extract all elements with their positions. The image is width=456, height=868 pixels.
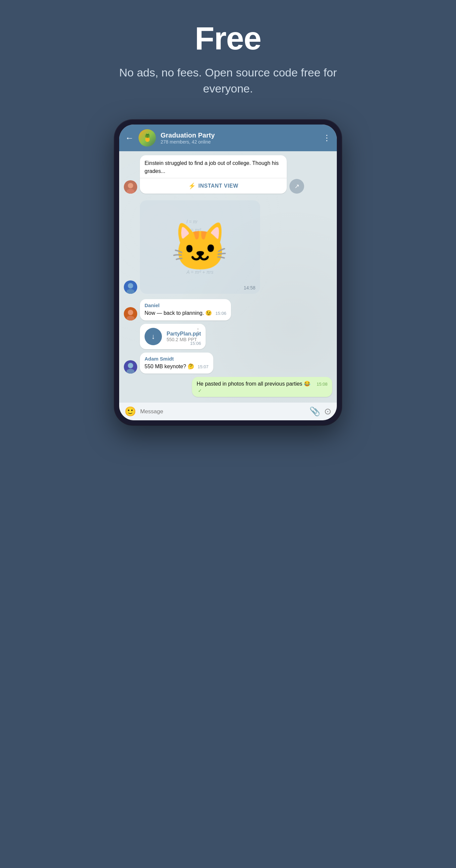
article-text: Einstein struggled to find a job out of … bbox=[145, 159, 282, 175]
message-sender: Adam Smidt bbox=[145, 356, 209, 362]
header-info: Graduation Party 278 members, 42 online bbox=[160, 131, 318, 145]
sticker-container: l = πr A = πr² V = l³ P = 2πr A = πr² s … bbox=[140, 200, 260, 294]
group-avatar-inner: 🍍 bbox=[139, 129, 156, 147]
emoji-button[interactable]: 🙂 bbox=[124, 406, 136, 417]
chat-header: ← 🍍 Graduation Party 278 members, 42 onl… bbox=[119, 125, 337, 151]
cat-sticker: 🐱 bbox=[171, 224, 229, 271]
group-name: Graduation Party bbox=[160, 131, 318, 139]
hero-title: Free bbox=[195, 20, 262, 57]
group-avatar: 🍍 bbox=[139, 129, 156, 147]
phone-frame: ← 🍍 Graduation Party 278 members, 42 onl… bbox=[115, 120, 341, 425]
message-time: 15:06 bbox=[215, 311, 226, 316]
instant-view-label: INSTANT VIEW bbox=[198, 183, 238, 189]
share-button[interactable]: ↗ bbox=[290, 179, 304, 194]
instant-view-button[interactable]: ⚡ INSTANT VIEW bbox=[140, 178, 287, 194]
message-text: He pasted in photos from all previous pa… bbox=[196, 381, 310, 386]
message-row: Daniel Now — back to planning. 😉 15:06 bbox=[124, 299, 332, 320]
file-time: 15:06 bbox=[190, 341, 201, 346]
text-bubble: Adam Smidt 550 MB keynote? 🤔 15:07 bbox=[140, 352, 213, 374]
file-menu-button[interactable]: ⋮ bbox=[194, 327, 202, 336]
svg-point-10 bbox=[128, 363, 133, 368]
svg-point-4 bbox=[128, 283, 133, 288]
own-message-bubble: He pasted in photos from all previous pa… bbox=[192, 377, 332, 397]
lightning-icon: ⚡ bbox=[188, 182, 195, 190]
message-sender: Daniel bbox=[145, 303, 226, 308]
message-text: 550 MB keynote? 🤔 bbox=[145, 364, 194, 369]
message-input[interactable] bbox=[140, 408, 305, 415]
avatar bbox=[124, 280, 137, 294]
share-icon: ↗ bbox=[295, 183, 299, 190]
phone-screen: ← 🍍 Graduation Party 278 members, 42 onl… bbox=[119, 125, 337, 420]
download-icon: ↓ bbox=[152, 332, 155, 341]
avatar bbox=[124, 360, 137, 374]
message-time: 15:07 bbox=[197, 364, 209, 369]
file-bubble: ↓ PartyPlan.ppt 550.2 MB PPT ⋮ 15:06 bbox=[140, 324, 206, 349]
text-bubble: Daniel Now — back to planning. 😉 15:06 bbox=[140, 299, 231, 320]
own-message-row: He pasted in photos from all previous pa… bbox=[124, 377, 332, 397]
back-button[interactable]: ← bbox=[125, 133, 134, 143]
svg-point-1 bbox=[128, 183, 133, 188]
read-checkmark: ✓ bbox=[198, 388, 202, 393]
message-row: ↓ PartyPlan.ppt 550.2 MB PPT ⋮ 15:06 bbox=[124, 324, 332, 349]
more-options-button[interactable]: ⋮ bbox=[323, 133, 331, 143]
sticker-row: l = πr A = πr² V = l³ P = 2πr A = πr² s … bbox=[124, 200, 332, 294]
message-row: Einstein struggled to find a job out of … bbox=[124, 155, 332, 194]
article-bubble: Einstein struggled to find a job out of … bbox=[140, 155, 287, 194]
message-text: Now — back to planning. 😉 bbox=[145, 310, 212, 316]
chat-body: Einstein struggled to find a job out of … bbox=[119, 151, 337, 402]
message-time: 15:08 bbox=[316, 381, 328, 386]
avatar bbox=[124, 307, 137, 320]
article-content: Einstein struggled to find a job out of … bbox=[140, 155, 287, 178]
svg-point-7 bbox=[128, 310, 133, 315]
chat-input-bar: 🙂 📎 ⊙ bbox=[119, 402, 337, 420]
avatar bbox=[124, 180, 137, 194]
camera-button[interactable]: ⊙ bbox=[324, 406, 332, 416]
message-row: Adam Smidt 550 MB keynote? 🤔 15:07 bbox=[124, 352, 332, 374]
attach-button[interactable]: 📎 bbox=[309, 406, 320, 416]
sticker-time: 14:58 bbox=[244, 285, 255, 290]
download-button[interactable]: ↓ bbox=[145, 328, 162, 345]
hero-subtitle: No ads, no fees. Open source code free f… bbox=[111, 65, 345, 96]
group-status: 278 members, 42 online bbox=[160, 139, 318, 145]
